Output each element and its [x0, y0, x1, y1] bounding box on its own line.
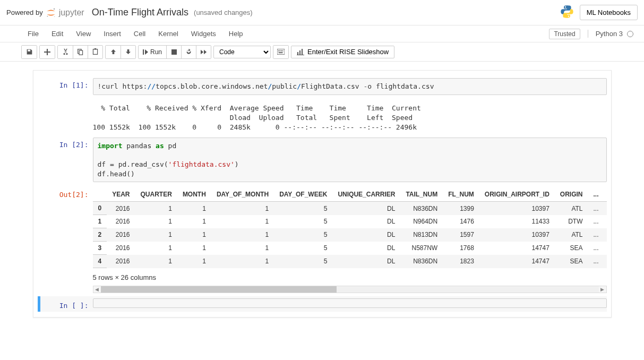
code-cell-1[interactable]: In [1]: !curl https://topcs.blob.core.wi…: [38, 76, 607, 97]
menu-insert[interactable]: Insert: [97, 27, 127, 41]
svg-rect-12: [279, 50, 280, 52]
output-prompt: Out[2]:: [59, 191, 89, 199]
output-cell-2: Out[2]: YEARQUARTERMONTHDAY_OF_MONTHDAY_…: [38, 185, 607, 295]
input-prompt: In [2]:: [59, 141, 89, 149]
code-cell-2[interactable]: In [2]: import pandas as pd df = pd.read…: [38, 135, 607, 184]
scroll-right-icon[interactable]: ▶: [599, 286, 606, 293]
notebook-title[interactable]: On-Time Flight Arrivals: [92, 7, 188, 18]
col-header: ORIGIN: [555, 187, 588, 202]
dataframe-table: YEARQUARTERMONTHDAY_OF_MONTHDAY_OF_WEEKU…: [93, 187, 607, 268]
svg-rect-6: [93, 49, 97, 55]
jupyter-icon: [45, 7, 57, 19]
add-cell-button[interactable]: [40, 46, 55, 58]
kernel-status-icon: [627, 31, 633, 37]
col-header: UNIQUE_CARRIER: [332, 187, 400, 202]
menubar: FileEditViewInsertCellKernelWidgetsHelp …: [0, 25, 644, 42]
cell-type-select[interactable]: Code: [213, 46, 271, 58]
copy-button[interactable]: [73, 46, 88, 58]
code-input[interactable]: [93, 298, 607, 308]
code-cell-empty[interactable]: In [ ]:: [38, 296, 607, 312]
jupyter-logo[interactable]: jupyter: [45, 7, 84, 19]
kernel-name: Python 3: [596, 30, 623, 38]
svg-point-1: [53, 8, 54, 9]
command-palette-button[interactable]: [273, 46, 288, 58]
menu-help[interactable]: Help: [222, 27, 250, 41]
col-header: TAIL_NUM: [400, 187, 443, 202]
svg-rect-14: [282, 50, 284, 52]
move-up-button[interactable]: [106, 46, 121, 58]
notebook-container: In [1]: !curl https://topcs.blob.core.wi…: [33, 70, 612, 318]
svg-rect-5: [79, 50, 83, 55]
rise-slideshow-button[interactable]: Enter/Exit RISE Slideshow: [291, 46, 394, 58]
restart-run-all-button[interactable]: [196, 46, 211, 58]
col-header: ...: [588, 187, 604, 202]
svg-rect-10: [277, 49, 285, 55]
table-row: 020161115DLN836DN139910397ATL...: [93, 202, 607, 215]
cut-button[interactable]: [58, 46, 73, 58]
toolbar: Run Code Enter/Exit RISE Slideshow: [0, 42, 644, 62]
svg-rect-8: [143, 49, 144, 55]
svg-rect-11: [278, 50, 279, 52]
col-header: YEAR: [107, 187, 135, 202]
kernel-indicator[interactable]: Python 3: [588, 30, 633, 38]
code-input[interactable]: import pandas as pd df = pd.read_csv('fl…: [93, 138, 607, 182]
bar-chart-icon: [297, 49, 304, 55]
svg-rect-13: [281, 50, 282, 52]
paste-button[interactable]: [88, 46, 102, 58]
save-button[interactable]: [22, 46, 37, 58]
save-status: (unsaved changes): [194, 8, 253, 16]
svg-rect-7: [95, 48, 96, 49]
menu-view[interactable]: View: [70, 27, 97, 41]
ml-notebooks-button[interactable]: ML Notebooks: [580, 5, 638, 20]
svg-rect-9: [171, 49, 177, 55]
col-header: FL_NUM: [443, 187, 479, 202]
svg-rect-16: [297, 52, 298, 55]
powered-by-label: Powered by: [6, 8, 43, 16]
dataframe-summary: 5 rows × 26 columns: [93, 268, 607, 285]
move-down-button[interactable]: [121, 46, 135, 58]
input-prompt: In [ ]:: [59, 302, 89, 310]
run-button[interactable]: Run: [139, 46, 166, 58]
col-header: MONTH: [177, 187, 211, 202]
header-bar: Powered by jupyter On-Time Flight Arriva…: [0, 0, 644, 25]
menu-edit[interactable]: Edit: [45, 27, 70, 41]
table-row: 220161115DLN813DN159710397ATL...: [93, 228, 607, 242]
table-row: 120161115DLN964DN147611433DTW...: [93, 215, 607, 228]
col-header: ORIGIN_AIRPORT_ID: [479, 187, 555, 202]
jupyter-text: jupyter: [59, 8, 84, 18]
interrupt-button[interactable]: [166, 46, 181, 58]
output-cell-1: % Total % Received % Xferd Average Speed…: [38, 98, 607, 135]
input-prompt: In [1]:: [59, 81, 89, 89]
stdout-output: % Total % Received % Xferd Average Speed…: [93, 100, 607, 133]
col-header: DAY_OF_MONTH: [211, 187, 274, 202]
menu-cell[interactable]: Cell: [127, 27, 152, 41]
svg-rect-15: [279, 52, 283, 53]
col-header: CRS_ARR_: [604, 187, 607, 202]
table-row: 320161115DLN587NW176814747SEA...: [93, 242, 607, 255]
col-header: DAY_OF_WEEK: [274, 187, 332, 202]
scroll-left-icon[interactable]: ◀: [93, 286, 101, 293]
trusted-indicator[interactable]: Trusted: [549, 29, 580, 39]
svg-point-2: [47, 15, 48, 16]
python-icon: [560, 4, 574, 21]
dataframe-output: YEARQUARTERMONTHDAY_OF_MONTHDAY_OF_WEEKU…: [93, 187, 607, 293]
svg-rect-19: [297, 55, 304, 55]
svg-point-3: [54, 16, 55, 16]
restart-button[interactable]: [181, 46, 196, 58]
horizontal-scrollbar[interactable]: ◀ ▶: [93, 286, 607, 293]
svg-rect-17: [299, 50, 300, 55]
table-row: 420161115DLN836DN182314747SEA...: [93, 255, 607, 268]
col-header: QUARTER: [135, 187, 177, 202]
svg-rect-18: [302, 49, 303, 55]
code-input[interactable]: !curl https://topcs.blob.core.windows.ne…: [93, 78, 607, 95]
menu-file[interactable]: File: [21, 27, 45, 41]
menu-widgets[interactable]: Widgets: [185, 27, 222, 41]
menu-kernel[interactable]: Kernel: [152, 27, 185, 41]
